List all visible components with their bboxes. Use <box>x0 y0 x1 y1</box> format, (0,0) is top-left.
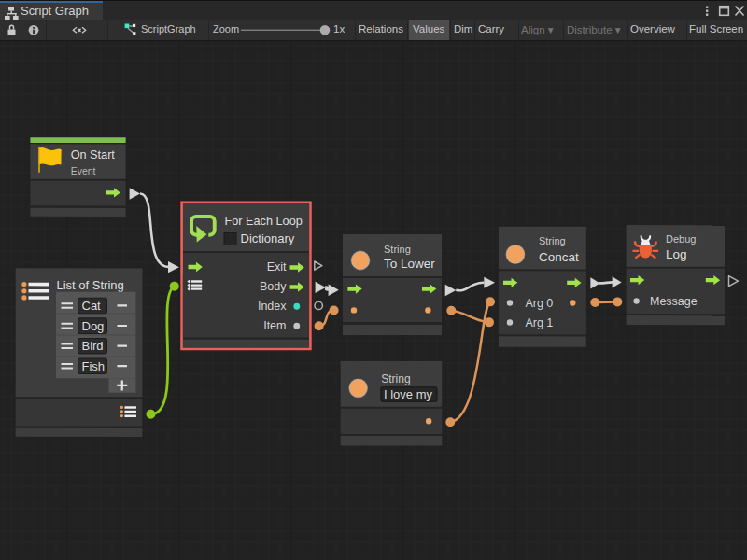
svg-text:I love my: I love my <box>384 387 433 401</box>
svg-text:Item: Item <box>263 319 286 332</box>
svg-text:Arg 0: Arg 0 <box>525 297 553 310</box>
svg-text:String: String <box>384 244 411 255</box>
svg-text:Exit: Exit <box>267 260 287 273</box>
svg-text:Concat: Concat <box>539 250 579 264</box>
svg-text:Index: Index <box>258 300 287 313</box>
svg-text:On Start: On Start <box>71 148 116 161</box>
svg-text:Message: Message <box>650 295 698 308</box>
svg-text:Fish: Fish <box>81 359 105 373</box>
svg-text:String: String <box>381 372 410 385</box>
svg-text:Dictionary: Dictionary <box>241 231 295 245</box>
svg-text:To Lower: To Lower <box>384 257 435 271</box>
svg-text:Arg 1: Arg 1 <box>525 316 553 329</box>
svg-text:String: String <box>539 235 566 246</box>
svg-text:Event: Event <box>71 165 96 176</box>
svg-text:Debug: Debug <box>666 233 696 245</box>
svg-text:Body: Body <box>260 280 287 293</box>
svg-text:List of String: List of String <box>57 278 124 292</box>
svg-text:Cat: Cat <box>81 299 101 313</box>
svg-text:Dog: Dog <box>81 319 104 333</box>
svg-text:For Each Loop: For Each Loop <box>225 215 303 228</box>
svg-text:Bird: Bird <box>81 339 103 353</box>
svg-text:Log: Log <box>666 247 687 261</box>
